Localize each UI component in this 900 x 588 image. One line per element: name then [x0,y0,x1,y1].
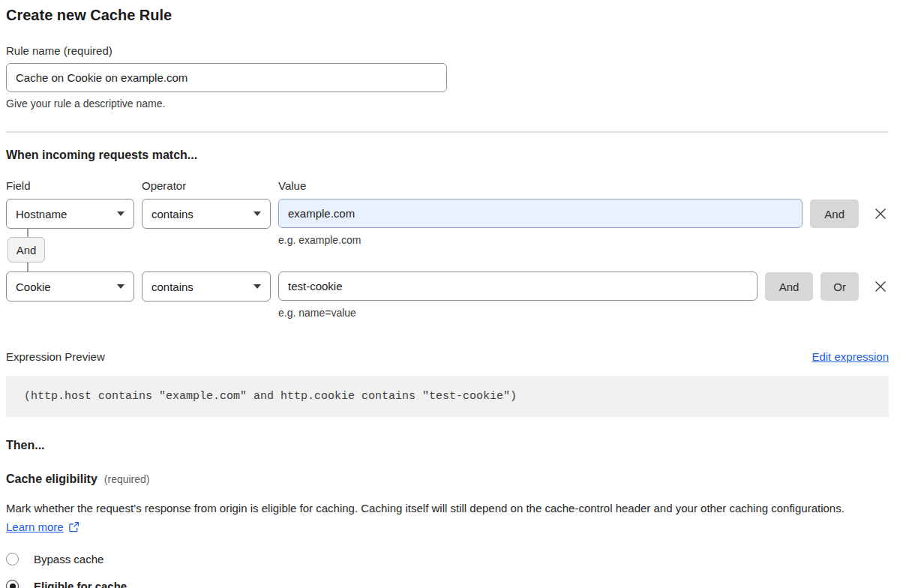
or-button[interactable]: Or [820,272,859,301]
operator-select[interactable]: contains [142,199,271,229]
condition-row: Cookie contains e.g. name=value And Or [6,272,889,319]
value-column: e.g. example.com [278,199,802,246]
value-hint: e.g. name=value [278,307,758,319]
rule-name-help: Give your rule a descriptive name. [6,98,889,110]
learn-more-link[interactable]: Learn more [6,520,64,533]
radio-option-label: Bypass cache [34,553,104,566]
radio-option-label: Eligible for cache [34,580,127,588]
description-text: Mark whether the request’s response from… [6,502,844,514]
chevron-down-icon [117,284,124,289]
remove-condition-button[interactable] [872,278,889,295]
field-select[interactable]: Cookie [6,272,134,302]
x-icon [872,206,889,222]
remove-condition-button[interactable] [872,206,889,222]
radio-unselected-icon[interactable] [6,553,19,566]
cache-eligibility-description: Mark whether the request’s response from… [6,499,876,536]
field-select-value: Hostname [16,208,67,220]
cache-eligibility-title: Cache eligibility [6,472,98,486]
required-note: (required) [104,473,150,485]
connector-line [27,229,28,237]
external-link-icon [68,521,80,532]
section-divider [6,131,889,133]
eligible-for-cache-option[interactable]: Eligible for cache [6,580,889,588]
field-select-value: Cookie [16,280,51,293]
and-button[interactable]: And [810,200,859,228]
bypass-cache-option[interactable]: Bypass cache [6,553,889,566]
expression-code-block: (http.host contains "example.com" and ht… [6,376,889,417]
chevron-down-icon [117,212,124,216]
edit-expression-link[interactable]: Edit expression [812,350,889,363]
operator-select-value: contains [152,280,194,293]
rule-name-label: Rule name (required) [6,44,889,58]
field-column: Cookie [6,272,134,302]
value-column: e.g. name=value [278,272,758,319]
and-button[interactable]: And [765,272,814,301]
field-select[interactable]: Hostname [6,199,134,229]
value-input[interactable] [278,272,758,301]
and-connector-button[interactable]: And [8,237,45,262]
expression-preview-label: Expression Preview [6,350,105,363]
x-icon [872,278,889,295]
field-column-label: Field [6,179,134,192]
field-column: Hostname And [6,199,134,272]
chevron-down-icon [254,212,261,216]
create-cache-rule-form: Create new Cache Rule Rule name (require… [6,4,889,588]
operator-select[interactable]: contains [142,272,271,302]
radio-selected-icon[interactable] [6,580,19,588]
condition-row: Hostname And contains e.g. example.com A… [6,199,889,272]
chevron-down-icon [254,284,261,289]
operator-select-value: contains [152,208,194,220]
value-column-label: Value [278,179,889,192]
match-heading: When incoming requests match... [6,148,889,162]
value-hint: e.g. example.com [278,234,802,246]
condition-column-labels: Field Operator Value [6,179,889,192]
value-input[interactable] [278,199,802,228]
expression-preview-header: Expression Preview Edit expression [6,350,889,363]
rule-name-input[interactable] [6,63,447,92]
then-heading: Then... [6,439,889,452]
operator-column-label: Operator [142,179,271,192]
connector-line [27,262,28,272]
cache-eligibility-header: Cache eligibility (required) [6,472,889,486]
page-title: Create new Cache Rule [6,4,889,26]
expression-code: (http.host contains "example.com" and ht… [24,390,517,403]
